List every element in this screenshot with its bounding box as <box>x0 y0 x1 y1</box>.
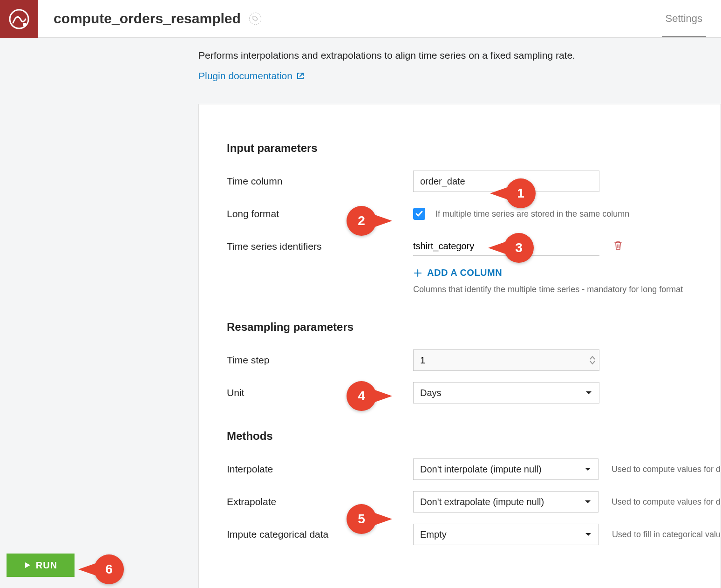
tab-settings[interactable]: Settings <box>662 0 707 37</box>
hint-interpolate: Used to compute values for d <box>612 465 721 474</box>
impute-cat-select[interactable]: Empty <box>413 524 599 545</box>
check-icon <box>415 210 423 218</box>
unit-value: Days <box>420 388 442 398</box>
content-area: Performs interpolations and extrapolatio… <box>0 38 721 588</box>
external-link-icon <box>296 72 305 80</box>
flow-icon <box>9 9 29 29</box>
label-extrapolate: Extrapolate <box>227 496 413 507</box>
play-icon <box>24 561 31 569</box>
recipe-description: Performs interpolations and extrapolatio… <box>0 38 721 61</box>
chevron-down-icon <box>585 531 592 538</box>
header-right: Settings <box>662 0 721 37</box>
time-step-stepper[interactable] <box>413 349 599 371</box>
time-column-input[interactable] <box>413 171 599 192</box>
hint-impute-cat: Used to fill in categorical valu <box>612 530 721 540</box>
extrapolate-select[interactable]: Don't extrapolate (impute null) <box>413 491 599 513</box>
extrapolate-value: Don't extrapolate (impute null) <box>420 497 544 507</box>
label-interpolate: Interpolate <box>227 464 413 475</box>
app-logo <box>0 0 38 38</box>
chevron-down-icon <box>584 498 592 506</box>
hint-ts-identifiers: Columns that identify the multiple time … <box>413 285 721 294</box>
add-column-label: ADD A COLUMN <box>427 267 502 278</box>
interpolate-value: Don't interpolate (impute null) <box>420 464 542 475</box>
add-column-button[interactable]: ADD A COLUMN <box>413 267 721 278</box>
label-ts-identifiers: Time series identifiers <box>227 241 413 252</box>
plugin-doc-link[interactable]: Plugin documentation <box>198 70 721 82</box>
trash-icon <box>612 240 624 251</box>
label-long-format: Long format <box>227 208 413 219</box>
label-impute-cat: Impute categorical data <box>227 529 413 540</box>
plus-icon <box>413 268 422 278</box>
tag-icon[interactable] <box>249 13 261 25</box>
run-label: RUN <box>36 560 57 571</box>
impute-cat-value: Empty <box>420 529 447 540</box>
hint-long-format: If multiple time series are stored in th… <box>435 209 629 219</box>
delete-identifier-button[interactable] <box>612 240 624 253</box>
doc-link-text: Plugin documentation <box>198 70 292 82</box>
ts-identifier-input[interactable] <box>413 237 599 256</box>
hint-extrapolate: Used to compute values for d <box>612 497 721 507</box>
stepper-arrows-icon[interactable] <box>589 356 596 365</box>
section-resampling: Resampling parameters <box>227 321 721 334</box>
header-bar: compute_orders_resampled Settings <box>0 0 721 38</box>
label-time-column: Time column <box>227 176 413 187</box>
chevron-down-icon <box>584 465 592 473</box>
chevron-down-icon <box>585 389 592 397</box>
section-input-params: Input parameters <box>227 142 721 155</box>
title-area: compute_orders_resampled <box>38 0 662 37</box>
unit-select[interactable]: Days <box>413 382 599 403</box>
label-unit: Unit <box>227 387 413 398</box>
settings-panel: Input parameters Time column Long format… <box>198 104 721 588</box>
interpolate-select[interactable]: Don't interpolate (impute null) <box>413 458 599 480</box>
time-step-input[interactable] <box>413 349 599 371</box>
section-methods: Methods <box>227 430 721 443</box>
label-time-step: Time step <box>227 355 413 366</box>
svg-point-1 <box>23 23 27 27</box>
run-button[interactable]: RUN <box>7 554 75 577</box>
long-format-checkbox[interactable] <box>413 208 425 220</box>
page-title: compute_orders_resampled <box>54 11 241 27</box>
